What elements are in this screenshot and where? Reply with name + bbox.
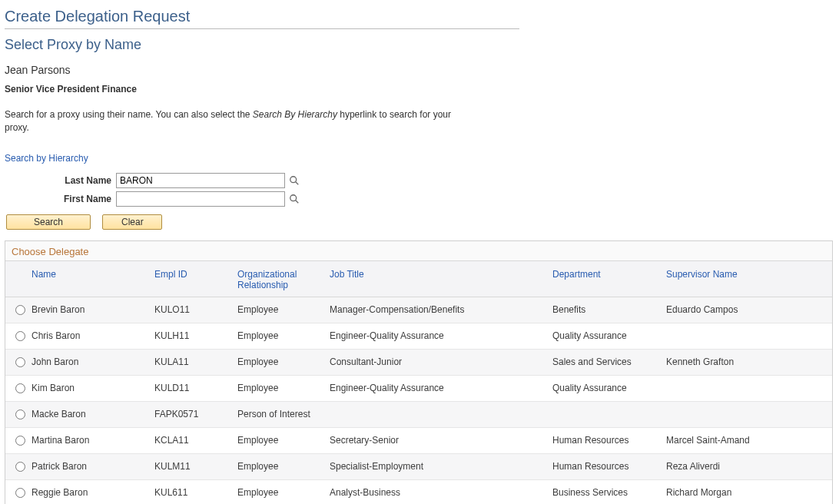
first-name-input[interactable] <box>116 191 285 207</box>
cell-org: Employee <box>231 297 323 323</box>
cell-empl: KUL611 <box>148 479 231 504</box>
cell-sup: Eduardo Campos <box>660 297 832 323</box>
cell-name: Chris Baron <box>25 323 148 349</box>
cell-sup <box>660 401 832 427</box>
col-empl[interactable]: Empl ID <box>148 261 231 297</box>
col-sup[interactable]: Supervisor Name <box>660 261 832 297</box>
row-select-radio[interactable] <box>15 488 25 498</box>
table-row: John BaronKULA11EmployeeConsultant-Junio… <box>5 349 832 375</box>
cell-name: Kim Baron <box>25 375 148 401</box>
cell-org: Employee <box>231 375 323 401</box>
cell-job: Specialist-Employment <box>323 453 546 479</box>
divider <box>5 28 519 29</box>
instruction-before: Search for a proxy using their name. You… <box>5 109 253 120</box>
table-row: Kim BaronKULD11EmployeeEngineer-Quality … <box>5 375 832 401</box>
search-by-hierarchy-link[interactable]: Search by Hierarchy <box>5 153 88 164</box>
last-name-input[interactable] <box>116 173 285 188</box>
cell-empl: KULO11 <box>148 297 231 323</box>
svg-line-1 <box>296 181 299 184</box>
cell-sup: Reza Aliverdi <box>660 453 832 479</box>
row-select-radio[interactable] <box>15 383 25 393</box>
col-name[interactable]: Name <box>25 261 148 297</box>
cell-empl: FAPK0571 <box>148 401 231 427</box>
cell-empl: KULD11 <box>148 375 231 401</box>
section-title: Select Proxy by Name <box>5 37 519 53</box>
cell-dept: Human Resources <box>546 427 660 453</box>
cell-sup: Marcel Saint-Amand <box>660 427 832 453</box>
table-row: Martina BaronKCLA11EmployeeSecretary-Sen… <box>5 427 832 453</box>
cell-sup: Kenneth Grafton <box>660 349 832 375</box>
cell-dept <box>546 401 660 427</box>
cell-dept: Quality Assurance <box>546 375 660 401</box>
table-row: Brevin BaronKULO11EmployeeManager-Compen… <box>5 297 832 323</box>
cell-name: Reggie Baron <box>25 479 148 504</box>
col-dept[interactable]: Department <box>546 261 660 297</box>
cell-dept: Quality Assurance <box>546 323 660 349</box>
col-org[interactable]: Organizational Relationship <box>231 261 323 297</box>
cell-job: Consultant-Junior <box>323 349 546 375</box>
cell-sup <box>660 375 832 401</box>
instruction-text: Search for a proxy using their name. You… <box>5 108 466 134</box>
cell-org: Person of Interest <box>231 401 323 427</box>
cell-job: Engineer-Quality Assurance <box>323 375 546 401</box>
lookup-icon[interactable] <box>288 174 300 187</box>
search-button[interactable]: Search <box>6 214 91 230</box>
svg-point-2 <box>290 194 297 201</box>
row-select-radio[interactable] <box>15 305 25 315</box>
cell-name: Brevin Baron <box>25 297 148 323</box>
page-title: Create Delegation Request <box>5 8 519 25</box>
delegate-grid: Choose Delegate Name Empl ID Organizatio… <box>5 240 833 504</box>
table-row: Patrick BaronKULM11EmployeeSpecialist-Em… <box>5 453 832 479</box>
table-row: Macke BaronFAPK0571Person of Interest <box>5 401 832 427</box>
row-select-radio[interactable] <box>15 331 25 341</box>
cell-org: Employee <box>231 427 323 453</box>
cell-job: Secretary-Senior <box>323 427 546 453</box>
last-name-label: Last Name <box>5 175 116 186</box>
row-select-radio[interactable] <box>15 410 25 419</box>
cell-org: Employee <box>231 479 323 504</box>
cell-dept: Business Services <box>546 479 660 504</box>
person-name: Jean Parsons <box>5 64 519 76</box>
cell-org: Employee <box>231 453 323 479</box>
instruction-link-ref: Search By Hierarchy <box>253 109 337 120</box>
cell-job <box>323 401 546 427</box>
row-select-radio[interactable] <box>15 357 25 367</box>
cell-empl: KULM11 <box>148 453 231 479</box>
row-select-radio[interactable] <box>15 462 25 472</box>
cell-sup <box>660 323 832 349</box>
cell-job: Engineer-Quality Assurance <box>323 323 546 349</box>
cell-job: Manager-Compensation/Benefits <box>323 297 546 323</box>
cell-name: Macke Baron <box>25 401 148 427</box>
first-name-label: First Name <box>5 194 116 204</box>
lookup-icon[interactable] <box>288 193 300 205</box>
person-title: Senior Vice President Finance <box>5 84 519 94</box>
cell-org: Employee <box>231 349 323 375</box>
table-row: Chris BaronKULH11EmployeeEngineer-Qualit… <box>5 323 832 349</box>
row-select-radio[interactable] <box>15 436 25 446</box>
cell-sup: Richard Morgan <box>660 479 832 504</box>
cell-dept: Sales and Services <box>546 349 660 375</box>
cell-org: Employee <box>231 323 323 349</box>
svg-point-0 <box>290 176 297 182</box>
clear-button[interactable]: Clear <box>102 214 162 230</box>
cell-empl: KULA11 <box>148 349 231 375</box>
table-row: Reggie BaronKUL611EmployeeAnalyst-Busine… <box>5 479 832 504</box>
cell-job: Analyst-Business <box>323 479 546 504</box>
cell-dept: Benefits <box>546 297 660 323</box>
cell-name: John Baron <box>25 349 148 375</box>
cell-dept: Human Resources <box>546 453 660 479</box>
cell-empl: KCLA11 <box>148 427 231 453</box>
cell-name: Patrick Baron <box>25 453 148 479</box>
cell-name: Martina Baron <box>25 427 148 453</box>
svg-line-3 <box>296 200 299 203</box>
cell-empl: KULH11 <box>148 323 231 349</box>
col-job[interactable]: Job Title <box>323 261 546 297</box>
grid-title: Choose Delegate <box>5 241 832 261</box>
